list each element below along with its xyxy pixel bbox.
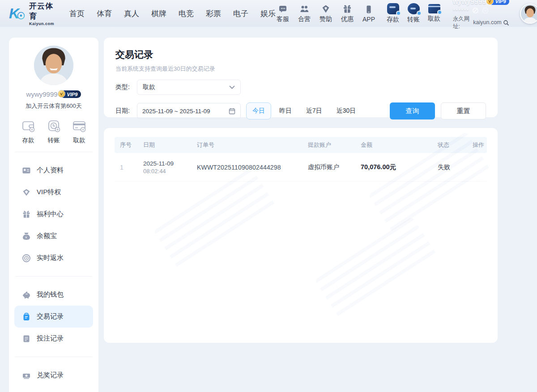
col-date: 日期 (138, 141, 192, 149)
quick-date-today[interactable]: 今日 (246, 102, 271, 119)
eye-off-icon[interactable] (472, 7, 479, 14)
deposit-label: 存款 (387, 16, 399, 24)
promo-gift-icon (342, 4, 352, 14)
vip-medal-icon: V (486, 0, 494, 5)
vip-medal-icon: V (58, 90, 65, 98)
rebate-icon (22, 254, 31, 263)
nav-slots[interactable]: 电子 (233, 9, 248, 19)
chevron-down-icon (229, 85, 235, 89)
service-sponsor[interactable]: 赞助 (319, 4, 333, 23)
sidebar-item-message-center[interactable]: 消息中心 99+ (14, 386, 93, 392)
brand-domain: Kaiyun.com (29, 21, 54, 26)
row-account: 虚拟币账户 (303, 163, 355, 171)
sponsor-icon (321, 4, 331, 14)
topbar-avatar[interactable] (520, 4, 537, 24)
page-subtitle: 当前系统支持查询最近30日的交易记录 (115, 65, 486, 73)
id-card-icon (22, 166, 31, 175)
date-range-value: 2025-11-09 ~ 2025-11-09 (142, 108, 210, 115)
membership-days-text: 加入开云体育第600天 (9, 102, 98, 110)
vip-badge: V VIP9 (489, 0, 509, 5)
sidebar-item-prize-records[interactable]: 兑奖记录 (14, 364, 93, 386)
svg-text:¥: ¥ (82, 128, 84, 131)
prize-icon (22, 371, 31, 380)
deposit-icon (387, 3, 399, 14)
moneybag-icon: ¥ (22, 232, 31, 241)
sidebar-item-profile[interactable]: 个人资料 (14, 159, 93, 181)
sidebar-item-transaction-records[interactable]: 交易记录 (14, 306, 93, 328)
topbar-deposit[interactable]: 存款 (386, 3, 400, 24)
nav-esports[interactable]: 电竞 (179, 9, 194, 19)
row-index: 1 (115, 164, 138, 171)
filter-card: 交易记录 当前系统支持查询最近30日的交易记录 类型: 取款 日期: 2025-… (104, 38, 498, 117)
nav-live-casino[interactable]: 真人 (124, 9, 139, 19)
brand-logo[interactable]: K 开云体育 Kaiyun.com (8, 1, 54, 26)
partners-icon (299, 4, 309, 14)
col-index: 序号 (115, 141, 138, 149)
gift-icon (22, 210, 31, 219)
user-info-block: wywy9999 V VIP9 ****** 永久网址: kaiyun.com (453, 0, 509, 30)
sidebar-vip-badge: V VIP9 (60, 90, 81, 98)
sidebar-deposit-action[interactable]: ¥ 存款 (21, 118, 36, 145)
quick-date-7days[interactable]: 近7日 (300, 102, 328, 119)
type-label: 类型: (115, 83, 137, 91)
nav-entertainment[interactable]: 娱乐 (260, 9, 276, 19)
table-header-row: 序号 日期 订单号 提款账户 金额 状态 操作 (115, 137, 487, 153)
nav-sports[interactable]: 体育 (97, 9, 112, 19)
service-partners[interactable]: 合营 (297, 4, 311, 23)
date-range-input[interactable]: 2025-11-09 ~ 2025-11-09 (137, 103, 241, 119)
topbar-transfer[interactable]: 转账 (406, 3, 421, 24)
watermark (315, 217, 439, 321)
col-amount: 金额 (355, 141, 432, 149)
quick-date-30days[interactable]: 近30日 (330, 102, 362, 119)
sidebar-item-betting-records[interactable]: 投注记录 (14, 328, 93, 349)
topbar-withdraw[interactable]: 取款 (427, 3, 441, 24)
col-account: 提款账户 (303, 141, 355, 149)
wallet-icon: ¥ (21, 118, 36, 133)
sidebar-transfer-action[interactable]: 转账 (46, 118, 61, 145)
withdraw-label: 取款 (428, 15, 440, 23)
magnifier-icon[interactable] (503, 20, 509, 26)
sidebar-item-my-wallet[interactable]: 我的钱包 (14, 284, 93, 306)
mobile-app-icon (364, 4, 374, 14)
masked-balance: ****** (453, 7, 469, 15)
nav-home[interactable]: 首页 (69, 9, 85, 19)
service-label: 优惠 (341, 15, 354, 23)
permanent-url[interactable]: kaiyun.com (473, 19, 501, 26)
transfer-icon (408, 3, 420, 14)
search-button[interactable]: 查询 (390, 102, 435, 119)
bank-card-icon: ¥ (72, 118, 87, 133)
sidebar-withdraw-action[interactable]: ¥ 取款 (72, 118, 87, 145)
divider (15, 152, 92, 152)
exchange-icon (46, 118, 61, 133)
nav-board-games[interactable]: 棋牌 (151, 9, 166, 19)
bet-record-icon (22, 334, 31, 343)
service-customer[interactable]: 客服 (276, 4, 290, 23)
sidebar-item-live-rebate[interactable]: 实时返水 (14, 247, 93, 269)
service-promo[interactable]: 优惠 (340, 4, 354, 23)
row-datetime: 2025-11-09 08:02:44 (138, 160, 192, 175)
sidebar-item-yuebao[interactable]: ¥ 余额宝 (14, 225, 93, 247)
type-select[interactable]: 取款 (137, 80, 241, 95)
reset-button[interactable]: 重置 (441, 102, 486, 119)
divider (15, 357, 92, 357)
service-app[interactable]: APP (362, 4, 376, 23)
nav-lottery[interactable]: 彩票 (206, 9, 221, 19)
page-title: 交易记录 (115, 48, 486, 61)
username: wywy9999 (453, 0, 486, 6)
service-label: 赞助 (320, 15, 332, 23)
quick-date-yesterday[interactable]: 昨日 (273, 102, 298, 119)
service-label: APP (362, 16, 375, 23)
sidebar-avatar[interactable] (34, 46, 73, 85)
svg-text:¥: ¥ (31, 128, 33, 131)
customer-service-icon (278, 4, 288, 14)
brand-name: 开云体育 (29, 1, 54, 21)
sidebar-item-welfare-center[interactable]: 福利中心 (14, 203, 93, 225)
records-table-card: 序号 日期 订单号 提款账户 金额 状态 操作 1 2025-11-09 08:… (104, 128, 498, 343)
sidebar-item-vip-privileges[interactable]: VIP特权 (14, 181, 93, 203)
kaiyun-logo-icon: K (8, 4, 26, 22)
piggy-bank-icon (22, 290, 31, 299)
service-label: 客服 (277, 15, 289, 23)
sidebar-username: wywy9999 (26, 90, 58, 98)
refresh-balance-icon[interactable] (482, 7, 489, 14)
service-label: 合营 (298, 15, 311, 23)
